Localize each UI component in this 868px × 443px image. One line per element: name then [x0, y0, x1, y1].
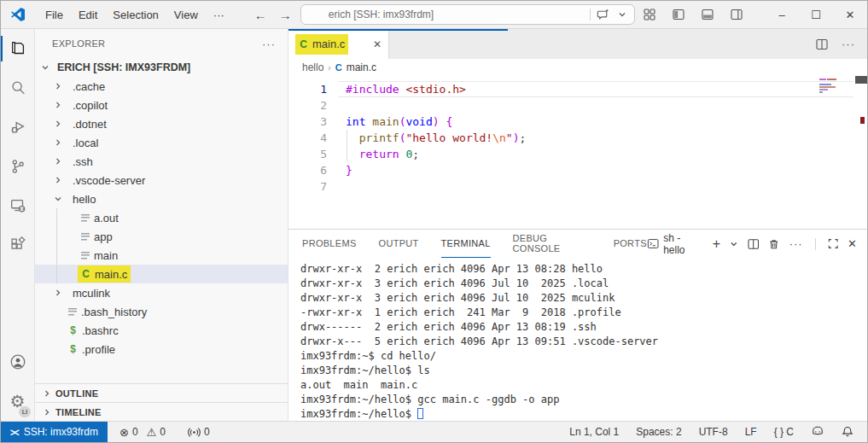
breadcrumb-folder[interactable]: hello — [302, 61, 323, 73]
panel-tab-debug-console[interactable]: DEBUG CONSOLE — [513, 230, 591, 258]
editor-scrollbar[interactable] — [855, 76, 867, 84]
file-icon — [81, 252, 90, 259]
tree-item-main[interactable]: main — [35, 246, 288, 265]
command-center[interactable]: erich [SSH: imx93frdm] — [300, 4, 635, 25]
split-terminal-icon[interactable] — [748, 238, 759, 250]
maximize-button[interactable]: ☐ — [799, 1, 833, 29]
activitybar-explorer[interactable] — [1, 29, 34, 68]
breadcrumb-file[interactable]: main.c — [347, 61, 376, 73]
line-number[interactable]: 6 — [288, 162, 327, 178]
activitybar-source-control[interactable] — [1, 147, 34, 186]
tree-item-mculink[interactable]: mculink — [35, 283, 288, 302]
close-panel-icon[interactable]: ✕ — [848, 237, 857, 250]
line-number[interactable]: 2 — [288, 97, 327, 114]
kill-terminal-icon[interactable] — [768, 238, 779, 250]
notifications[interactable] — [836, 426, 859, 438]
chevron-down-icon[interactable] — [730, 240, 738, 248]
panel-tabs: PROBLEMSOUTPUTTERMINALDEBUG CONSOLEPORTS — [302, 230, 647, 258]
outline-label: OUTLINE — [55, 388, 98, 399]
activity-bar: ⚙ LI — [1, 29, 35, 421]
menu-selection[interactable]: Selection — [105, 5, 166, 25]
chevron-down-icon[interactable] — [618, 10, 626, 19]
panel-tab-output[interactable]: OUTPUT — [379, 230, 419, 258]
new-terminal-button[interactable]: + — [713, 236, 720, 252]
line-number[interactable]: 5 — [288, 146, 327, 162]
line-number[interactable]: 4 — [288, 130, 327, 146]
encoding[interactable]: UTF-8 — [694, 426, 733, 438]
language-mode[interactable]: { } C — [769, 426, 799, 438]
line-number[interactable]: 7 — [288, 178, 327, 195]
nav-back-icon[interactable]: ← — [254, 8, 267, 22]
minimap[interactable] — [819, 79, 853, 94]
activitybar-settings[interactable]: ⚙ LI — [1, 382, 34, 421]
remote-indicator[interactable]: >< SSH: imx93frdm — [1, 422, 108, 442]
activitybar-search[interactable] — [1, 68, 34, 108]
tree-item-a-out[interactable]: a.out — [35, 208, 288, 227]
customize-layout-icon[interactable] — [644, 9, 655, 20]
tab-close-icon[interactable]: ✕ — [373, 38, 382, 50]
line-number[interactable]: 1 — [288, 81, 327, 97]
tree-item-app[interactable]: app — [35, 227, 288, 246]
outline-section[interactable]: OUTLINE — [35, 383, 288, 402]
terminal-instance[interactable]: sh - hello — [647, 232, 703, 256]
tree-item-erich-ssh-imx93frdm[interactable]: ERICH [SSH: IMX93FRDM] — [35, 58, 288, 77]
panel-more-actions[interactable]: ··· — [789, 237, 803, 250]
panel-tab-ports[interactable]: PORTS — [614, 230, 647, 258]
toggle-primary-sidebar-icon[interactable] — [673, 9, 684, 20]
tree-item-label: .vscode-server — [73, 174, 145, 187]
tree-item-dotnet[interactable]: .dotnet — [35, 114, 288, 133]
panel-tab-problems[interactable]: PROBLEMS — [302, 230, 357, 258]
indentation[interactable]: Spaces: 2 — [631, 426, 686, 438]
menu-view[interactable]: View — [166, 5, 206, 25]
code-text: int main(void) { — [346, 114, 452, 130]
tree-item-bash-history[interactable]: .bash_history — [35, 302, 288, 321]
file-icon — [81, 214, 90, 222]
activitybar-run-debug[interactable] — [1, 108, 34, 147]
close-button[interactable]: ✕ — [833, 1, 867, 29]
terminal-line: drwxr-x--- 5 erich erich 4096 Apr 13 09:… — [300, 335, 867, 349]
file-icon — [68, 308, 77, 316]
tree-item-content: a.out — [78, 209, 122, 226]
tree-item-ssh[interactable]: .ssh — [35, 152, 288, 171]
tree-item-hello[interactable]: hello — [35, 189, 288, 208]
toggle-secondary-sidebar-icon[interactable] — [731, 9, 743, 20]
tree-item-cache[interactable]: .cache — [35, 77, 288, 96]
file-icon — [81, 233, 90, 241]
code-editor[interactable]: 1#include <stdio.h>23int main(void) {4 p… — [288, 76, 867, 229]
menu-overflow[interactable]: ··· — [206, 5, 232, 25]
menu-edit[interactable]: Edit — [71, 5, 105, 25]
code-line: 5 return 0; — [288, 146, 867, 162]
tree-item-copilot[interactable]: .copilot — [35, 96, 288, 114]
activitybar-remote-explorer[interactable] — [1, 186, 34, 225]
minimize-button[interactable]: – — [765, 1, 799, 29]
menu-file[interactable]: File — [38, 5, 71, 25]
activitybar-accounts[interactable] — [1, 342, 34, 382]
ports-status[interactable]: 0 — [183, 426, 215, 438]
code-text: #include <stdio.h> — [346, 81, 466, 97]
split-editor-icon[interactable] — [816, 38, 828, 50]
activitybar-extensions[interactable] — [1, 225, 34, 265]
cursor-position[interactable]: Ln 1, Col 1 — [564, 426, 624, 438]
toggle-panel-icon[interactable] — [702, 9, 714, 20]
panel-tab-terminal[interactable]: TERMINAL — [441, 230, 491, 258]
tree-item-bashrc[interactable]: $.bashrc — [35, 321, 288, 340]
tab-main-c[interactable]: C main.c ✕ — [288, 29, 389, 59]
terminal-output[interactable]: drwxr-xr-x 2 erich erich 4096 Apr 13 08:… — [288, 258, 867, 421]
tree-item-profile[interactable]: $.profile — [35, 340, 288, 358]
explorer-more-actions[interactable]: ··· — [262, 38, 276, 50]
copilot-status[interactable] — [806, 426, 830, 438]
tree-item-local[interactable]: .local — [35, 133, 288, 152]
eol-sequence[interactable]: LF — [740, 426, 762, 438]
copilot-chat-icon[interactable] — [597, 9, 609, 21]
tree-item-main-c[interactable]: Cmain.c — [35, 265, 288, 283]
maximize-panel-icon[interactable] — [828, 238, 838, 249]
tree-item-label: .bashrc — [82, 324, 119, 337]
tree-item-vscode-server[interactable]: .vscode-server — [35, 171, 288, 189]
line-number[interactable]: 3 — [288, 114, 327, 130]
nav-forward-icon[interactable]: → — [279, 8, 292, 22]
editor-more-actions[interactable]: ··· — [842, 38, 855, 50]
c-symbol-icon: C — [335, 62, 342, 73]
timeline-section[interactable]: TIMELINE — [35, 402, 288, 421]
terminal-icon — [647, 237, 659, 250]
problems-status[interactable]: ⊗ 0 ⚠ 0 — [114, 426, 171, 439]
